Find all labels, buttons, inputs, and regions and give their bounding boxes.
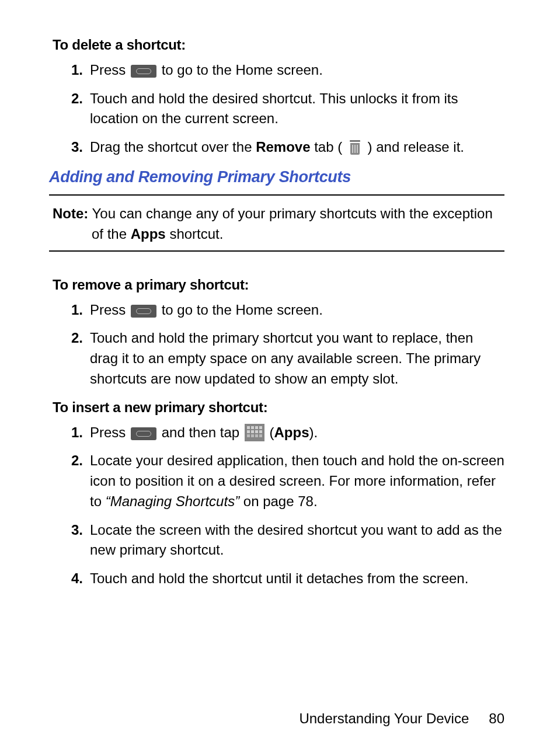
list-item: Touch and hold the desired shortcut. Thi… bbox=[86, 89, 504, 130]
list-item: Locate the screen with the desired short… bbox=[86, 520, 504, 561]
trash-icon bbox=[349, 140, 361, 155]
home-key-icon bbox=[131, 427, 156, 440]
list-item: Press and then tap (Apps). bbox=[86, 423, 504, 443]
text-bold: Remove bbox=[256, 139, 310, 155]
footer-section: Understanding Your Device bbox=[299, 710, 469, 726]
list-remove-primary: Press to go to the Home screen. Touch an… bbox=[53, 300, 504, 389]
text: Press bbox=[90, 62, 130, 78]
heading-remove-primary: To remove a primary shortcut: bbox=[53, 275, 504, 295]
list-item: Press to go to the Home screen. bbox=[86, 300, 504, 320]
note-label: Note: bbox=[53, 205, 88, 221]
footer-page-number: 80 bbox=[489, 710, 504, 726]
divider bbox=[49, 194, 504, 196]
list-item: Touch and hold the primary shortcut you … bbox=[86, 328, 504, 389]
text: and then tap bbox=[158, 424, 243, 440]
heading-insert-primary: To insert a new primary shortcut: bbox=[53, 398, 504, 418]
list-insert-primary: Press and then tap (Apps). Locate your d… bbox=[53, 423, 504, 590]
text-bold: Apps bbox=[131, 226, 166, 242]
text: to go to the Home screen. bbox=[158, 302, 323, 318]
text: on page 78. bbox=[239, 493, 317, 509]
text: Press bbox=[90, 424, 130, 440]
list-item: Locate your desired application, then to… bbox=[86, 451, 504, 511]
list-item: Press to go to the Home screen. bbox=[86, 60, 504, 81]
text-italic: “Managing Shortcuts” bbox=[106, 493, 239, 509]
divider bbox=[49, 250, 504, 252]
note-block: Note: You can change any of your primary… bbox=[53, 204, 504, 245]
text: ( bbox=[266, 424, 274, 440]
text-bold: Apps bbox=[274, 424, 309, 440]
heading-delete-shortcut: To delete a shortcut: bbox=[53, 35, 504, 55]
list-delete-shortcut: Press to go to the Home screen. Touch an… bbox=[53, 60, 504, 158]
note-text: shortcut. bbox=[166, 226, 224, 242]
list-item: Touch and hold the shortcut until it det… bbox=[86, 569, 504, 589]
home-key-icon bbox=[131, 305, 156, 318]
apps-grid-icon bbox=[245, 424, 264, 441]
text: to go to the Home screen. bbox=[158, 62, 323, 78]
text: ). bbox=[309, 424, 318, 440]
text: tab ( bbox=[311, 139, 346, 155]
page-footer: Understanding Your Device80 bbox=[299, 709, 504, 729]
list-item: Drag the shortcut over the Remove tab ( … bbox=[86, 137, 504, 158]
text: Press bbox=[90, 302, 130, 318]
text: Drag the shortcut over the bbox=[90, 139, 256, 155]
text: ) and release it. bbox=[364, 139, 464, 155]
home-key-icon bbox=[131, 65, 156, 78]
heading-primary-shortcuts: Adding and Removing Primary Shortcuts bbox=[49, 166, 504, 189]
